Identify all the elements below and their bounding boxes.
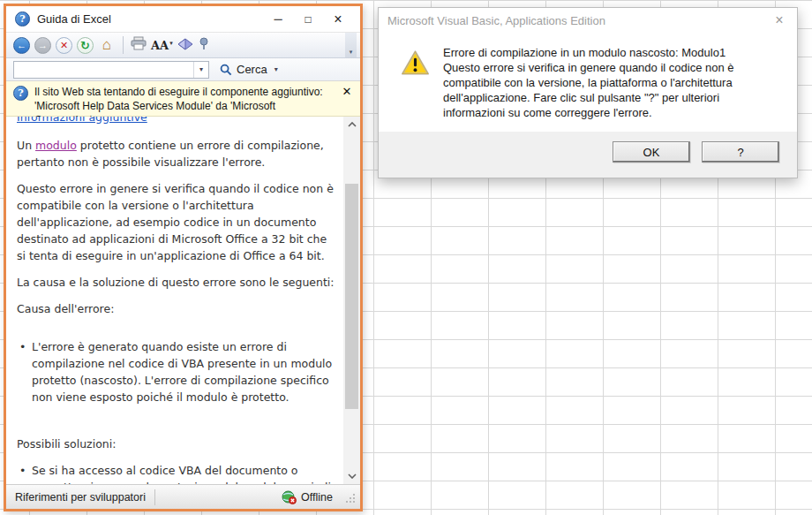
- maximize-button[interactable]: □: [293, 6, 323, 32]
- resize-grip[interactable]: [344, 492, 357, 504]
- help-statusbar: Riferimenti per sviluppatori Offline: [6, 484, 360, 509]
- infobar-shield-icon: ?: [13, 86, 28, 101]
- paragraph-module-error: Un modulo protetto contiene un errore di…: [17, 137, 337, 170]
- search-button-label: Cerca: [237, 63, 267, 76]
- help-toolbar: ← → ✕ ↻ ⌂ AA ▾: [6, 32, 360, 58]
- scroll-down-icon[interactable]: [343, 468, 360, 484]
- pin-icon[interactable]: [198, 37, 210, 54]
- refresh-icon[interactable]: ↻: [77, 37, 94, 54]
- dialog-message-body: Questo errore si verifica in genere quan…: [443, 60, 774, 120]
- statusbar-separator: [154, 489, 155, 505]
- search-combobox[interactable]: ▾: [13, 61, 209, 79]
- excel-grid-background: ? Guida di Excel ─ □ × ← → ✕ ↻ ⌂ AA ▾: [0, 0, 812, 515]
- magnifier-icon: [220, 64, 232, 76]
- cause-bullet-list: L'errore è generato quando esiste un err…: [17, 338, 337, 405]
- font-size-icon[interactable]: AA ▾: [151, 39, 173, 52]
- search-options-caret-icon[interactable]: ▾: [274, 65, 278, 73]
- minimize-button[interactable]: ─: [263, 6, 293, 32]
- search-dropdown-icon[interactable]: ▾: [193, 62, 208, 78]
- forward-icon[interactable]: →: [34, 37, 51, 54]
- cause-heading: Causa dell'errore:: [17, 300, 337, 317]
- cause-bullet: L'errore è generato quando esiste un err…: [17, 338, 337, 405]
- scrollbar-track[interactable]: [343, 133, 360, 468]
- developer-references-label[interactable]: Riferimenti per sviluppatori: [15, 491, 146, 504]
- offline-globe-icon: [282, 490, 297, 504]
- search-button[interactable]: Cerca ▾: [214, 61, 283, 78]
- dialog-body: Errore di compilazione in un modulo nasc…: [379, 33, 797, 132]
- solutions-heading: Possibili soluzioni:: [17, 435, 337, 452]
- help-search-row: ▾ Cerca ▾: [6, 58, 360, 81]
- paragraph-error-explanation: Questo errore in genere si verifica quan…: [17, 180, 337, 264]
- infobar-close-icon[interactable]: ✕: [339, 85, 355, 112]
- search-input[interactable]: [14, 62, 193, 78]
- home-icon[interactable]: ⌂: [98, 36, 116, 54]
- book-icon[interactable]: [177, 37, 193, 54]
- vertical-scrollbar[interactable]: [343, 117, 360, 484]
- help-app-icon: ?: [15, 11, 30, 27]
- vba-error-dialog: Microsoft Visual Basic, Applications Edi…: [378, 7, 798, 178]
- help-window-title: Guida di Excel: [37, 12, 263, 26]
- dialog-footer: OK ?: [379, 132, 797, 178]
- dialog-message-line1: Errore di compilazione in un modulo nasc…: [443, 45, 774, 60]
- help-window-titlebar: ? Guida di Excel ─ □ ×: [6, 6, 360, 32]
- help-content: Informazioni aggiuntive Un modulo protet…: [6, 117, 360, 484]
- additional-info-link[interactable]: Informazioni aggiuntive: [17, 117, 337, 125]
- print-icon[interactable]: [131, 36, 147, 54]
- back-icon[interactable]: ←: [13, 37, 30, 54]
- solution-bullet: Se si ha accesso al codice VBA del docum…: [17, 462, 337, 484]
- infobar-message: Il sito Web sta tentando di eseguire il …: [34, 85, 339, 112]
- dialog-close-icon[interactable]: ×: [762, 8, 797, 33]
- offline-status-label: Offline: [301, 491, 333, 504]
- stop-icon[interactable]: ✕: [56, 37, 72, 54]
- warning-icon: [402, 50, 429, 75]
- paragraph-cause-solution: La causa e la soluzione di questo errore…: [17, 274, 337, 291]
- help-window: ? Guida di Excel ─ □ × ← → ✕ ↻ ⌂ AA ▾: [4, 4, 363, 511]
- ok-button[interactable]: OK: [613, 141, 690, 163]
- scroll-up-icon[interactable]: [343, 117, 360, 133]
- dialog-title: Microsoft Visual Basic, Applications Edi…: [387, 14, 762, 27]
- modulo-link[interactable]: modulo: [35, 139, 77, 152]
- toolbar-overflow-button[interactable]: ▾: [345, 33, 357, 57]
- toolbar-separator: [123, 36, 124, 54]
- addon-warning-infobar: ? Il sito Web sta tentando di eseguire i…: [6, 81, 360, 117]
- dialog-message: Errore di compilazione in un modulo nasc…: [443, 45, 774, 132]
- solutions-bullet-list: Se si ha accesso al codice VBA del docum…: [17, 462, 337, 484]
- dialog-titlebar: Microsoft Visual Basic, Applications Edi…: [379, 8, 797, 33]
- scrollbar-thumb[interactable]: [345, 184, 358, 409]
- close-button[interactable]: ×: [323, 6, 353, 32]
- dialog-help-button[interactable]: ?: [702, 141, 779, 163]
